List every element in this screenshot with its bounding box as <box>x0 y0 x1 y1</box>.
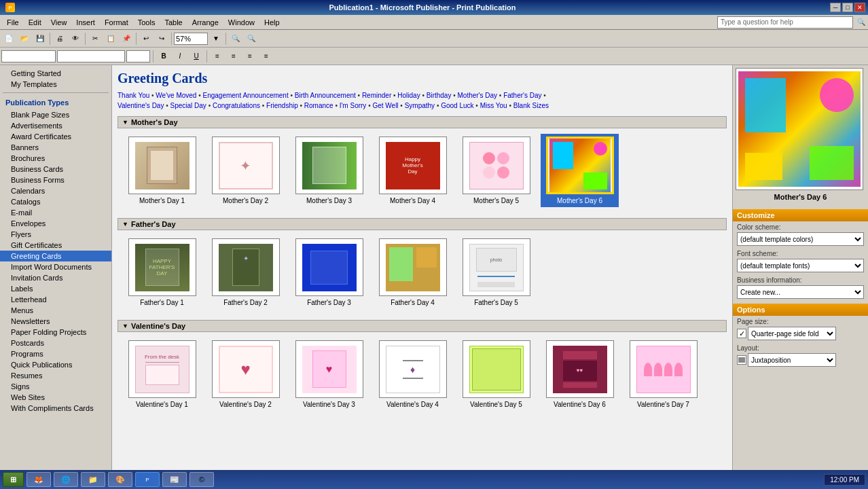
layout-select[interactable]: Juxtaposition <box>748 353 836 367</box>
card-fathers-day-1[interactable]: HAPPYFATHER'SDAY Father's Day 1 <box>123 236 201 309</box>
fathers-day-header[interactable]: ▼ Father's Day <box>117 218 727 230</box>
link-moved[interactable]: We've Moved <box>156 92 196 99</box>
menu-tools[interactable]: Tools <box>134 17 160 28</box>
sidebar-item-banners[interactable]: Banners <box>0 142 111 153</box>
business-info-select[interactable]: Create new... <box>737 285 864 299</box>
sidebar-item-flyers[interactable]: Flyers <box>0 229 111 240</box>
link-reminder[interactable]: Reminder <box>362 92 391 99</box>
sidebar-item-resumes[interactable]: Resumes <box>0 370 111 381</box>
card-valentines-1[interactable]: From the desk Valentine's Day 1 <box>123 338 201 411</box>
menu-insert[interactable]: Insert <box>72 17 99 28</box>
card-valentines-3[interactable]: ♥ Valentine's Day 3 <box>290 338 368 411</box>
sidebar-item-compliments-cards[interactable]: With Compliments Cards <box>0 403 111 414</box>
sidebar-item-signs[interactable]: Signs <box>0 381 111 392</box>
close-button[interactable]: ✕ <box>854 3 865 12</box>
minimize-button[interactable]: ─ <box>830 3 841 12</box>
zoom-input[interactable] <box>174 33 208 45</box>
underline-button[interactable]: U <box>189 49 204 64</box>
card-fathers-day-5[interactable]: photo Father's Day 5 <box>457 236 535 309</box>
link-goodluck[interactable]: Good Luck <box>441 102 473 109</box>
save-button[interactable]: 💾 <box>33 31 48 46</box>
menu-format[interactable]: Format <box>101 17 132 28</box>
menu-help[interactable]: Help <box>260 17 284 28</box>
zoom-out-button[interactable]: 🔍 <box>244 31 259 46</box>
link-engagement[interactable]: Engagement Announcement <box>202 92 288 99</box>
sidebar-item-menus[interactable]: Menus <box>0 305 111 316</box>
italic-button[interactable]: I <box>173 49 187 64</box>
cut-button[interactable]: ✂ <box>88 31 103 46</box>
menu-arrange[interactable]: Arrange <box>188 17 223 28</box>
link-valentines[interactable]: Valentine's Day <box>117 102 164 109</box>
taskbar-publisher[interactable]: P <box>135 472 160 487</box>
taskbar-explorer[interactable]: 📁 <box>81 472 105 487</box>
card-mothers-day-1[interactable]: Mother's Day 1 <box>123 134 201 207</box>
align-right-button[interactable]: ≡ <box>242 49 257 64</box>
sidebar-item-quick-publications[interactable]: Quick Publications <box>0 359 111 370</box>
sidebar-item-calendars[interactable]: Calendars <box>0 185 111 196</box>
new-button[interactable]: 📄 <box>1 31 16 46</box>
zoom-dropdown[interactable]: ▼ <box>209 31 223 46</box>
sidebar-item-email[interactable]: E-mail <box>0 207 111 218</box>
align-center-button[interactable]: ≡ <box>226 49 241 64</box>
font-scheme-select[interactable]: (default template fonts) <box>737 259 864 272</box>
sidebar-item-business-forms[interactable]: Business Forms <box>0 175 111 185</box>
paste-button[interactable]: 📌 <box>119 31 134 46</box>
justify-button[interactable]: ≡ <box>259 49 274 64</box>
link-thankyou[interactable]: Thank You <box>117 92 149 99</box>
link-congratulations[interactable]: Congratulations <box>213 102 260 109</box>
sidebar-item-newsletters[interactable]: Newsletters <box>0 316 111 327</box>
card-valentines-6[interactable]: ♥♥ Valentine's Day 6 <box>541 338 619 411</box>
font-name-input[interactable] <box>57 50 125 62</box>
menu-edit[interactable]: Edit <box>24 17 46 28</box>
sidebar-item-award-certificates[interactable]: Award Certificates <box>0 131 111 142</box>
card-mothers-day-6[interactable]: Mother's Day 6 <box>541 134 619 207</box>
link-birth[interactable]: Birth Announcement <box>295 92 356 99</box>
sidebar-item-advertisements[interactable]: Advertisements <box>0 120 111 131</box>
link-getwell[interactable]: Get Well <box>372 102 398 109</box>
redo-button[interactable]: ↪ <box>154 31 169 46</box>
sidebar-item-import-word[interactable]: Import Word Documents <box>0 261 111 272</box>
bold-button[interactable]: B <box>156 49 171 64</box>
sidebar-item-labels[interactable]: Labels <box>0 283 111 294</box>
card-fathers-day-3[interactable]: Father's Day 3 <box>290 236 368 309</box>
sidebar-item-blank-page-sizes[interactable]: Blank Page Sizes <box>0 109 111 120</box>
sidebar-item-business-cards[interactable]: Business Cards <box>0 164 111 175</box>
page-size-checkbox[interactable]: ✓ <box>737 329 746 338</box>
card-fathers-day-2[interactable]: ✦ Father's Day 2 <box>206 236 285 309</box>
taskbar-paint[interactable]: 🎨 <box>108 472 132 487</box>
font-size-input[interactable] <box>126 50 150 62</box>
menu-file[interactable]: File <box>3 17 23 28</box>
color-scheme-select[interactable]: (default template colors) <box>737 232 864 246</box>
mothers-day-header[interactable]: ▼ Mother's Day <box>117 116 727 128</box>
font-style-input[interactable] <box>1 50 56 62</box>
link-birthday[interactable]: Birthday <box>427 92 452 99</box>
card-valentines-5[interactable]: Valentine's Day 5 <box>457 338 535 411</box>
link-mothers-day[interactable]: Mother's Day <box>457 92 497 99</box>
sidebar-item-greeting-cards[interactable]: Greeting Cards <box>0 251 111 261</box>
sidebar-item-brochures[interactable]: Brochures <box>0 153 111 164</box>
sidebar-item-getting-started[interactable]: Getting Started <box>0 68 111 79</box>
link-romance[interactable]: Romance <box>304 102 333 109</box>
sidebar-item-programs[interactable]: Programs <box>0 348 111 359</box>
sidebar-item-gift-certificates[interactable]: Gift Certificates <box>0 240 111 251</box>
taskbar-notepad[interactable]: 📰 <box>162 472 187 487</box>
print-button[interactable]: 🖨 <box>52 31 67 46</box>
link-special-day[interactable]: Special Day <box>170 102 206 109</box>
taskbar-other[interactable]: © <box>189 472 214 487</box>
page-size-select[interactable]: Quarter-page side fold <box>748 327 836 340</box>
link-fathers-day[interactable]: Father's Day <box>503 92 541 99</box>
menu-table[interactable]: Table <box>160 17 186 28</box>
sidebar-item-catalogs[interactable]: Catalogs <box>0 196 111 207</box>
help-input[interactable]: Type a question for help <box>717 16 853 29</box>
menu-window[interactable]: Window <box>224 17 259 28</box>
valentines-day-header[interactable]: ▼ Valentine's Day <box>117 320 727 332</box>
link-blank[interactable]: Blank Sizes <box>513 102 549 109</box>
card-valentines-2[interactable]: ♥ Valentine's Day 2 <box>206 338 285 411</box>
link-sorry[interactable]: I'm Sorry <box>340 102 367 109</box>
sidebar-item-postcards[interactable]: Postcards <box>0 338 111 348</box>
menu-view[interactable]: View <box>47 17 71 28</box>
sidebar-item-letterhead[interactable]: Letterhead <box>0 294 111 305</box>
card-mothers-day-3[interactable]: Mother's Day 3 <box>290 134 368 207</box>
sidebar-item-web-sites[interactable]: Web Sites <box>0 392 111 403</box>
sidebar-item-envelopes[interactable]: Envelopes <box>0 218 111 229</box>
